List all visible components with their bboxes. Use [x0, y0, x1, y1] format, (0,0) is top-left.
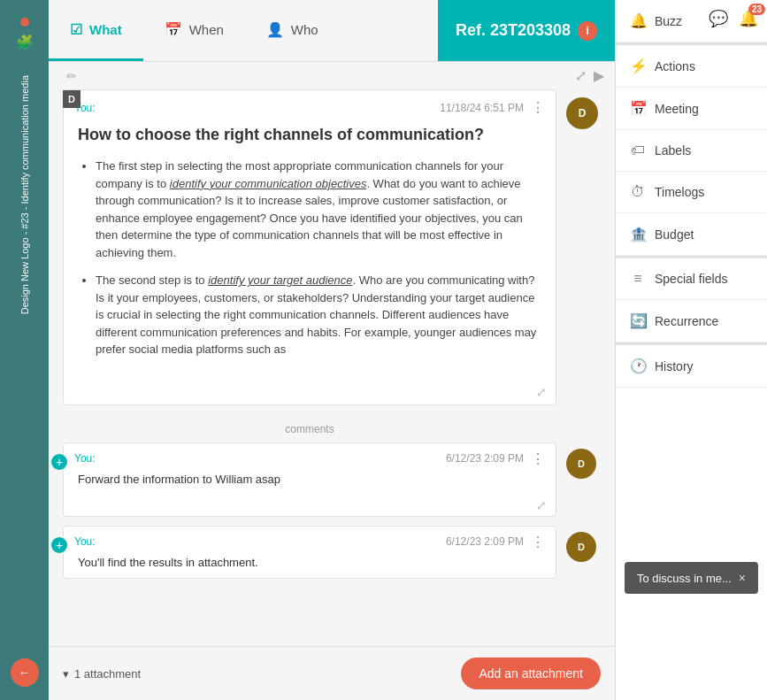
bullet2-text1: The second step is to: [96, 273, 208, 287]
menu-item-labels[interactable]: 🏷 Labels: [616, 130, 767, 172]
history-label: History: [655, 359, 694, 373]
info-icon[interactable]: i: [578, 21, 597, 41]
when-tab-label: When: [189, 22, 224, 37]
buzz-icon: 🔔: [630, 12, 646, 29]
comment1-footer: ⤢: [64, 495, 556, 516]
comment2-you-label: You:: [74, 535, 96, 548]
back-arrow-icon: ←: [19, 665, 31, 680]
special-fields-icon: ≡: [630, 271, 646, 287]
comment-card-2: + You: 6/12/23 2:09 PM ⋮ You'll find the…: [63, 526, 556, 579]
comment2-timestamp: 6/12/23 2:09 PM: [446, 535, 524, 548]
toast-notification[interactable]: To discuss in me... ×: [625, 562, 758, 594]
comments-label: comments: [63, 416, 556, 442]
tab-who[interactable]: 👤 Who: [245, 0, 340, 61]
bullet2-italic: identify your target audience: [208, 273, 352, 287]
buzz-label: Buzz: [655, 14, 682, 28]
main-avatar: D: [566, 97, 598, 129]
menu-item-recurrence[interactable]: 🔄 Recurrence: [616, 300, 767, 342]
content-wrapper: D You: 11/18/24 6:51 PM ⋮ How to choose …: [63, 89, 601, 579]
what-tab-label: What: [89, 22, 122, 37]
chevron-down-icon: ▾: [63, 667, 69, 681]
timelogs-label: Timelogs: [655, 185, 704, 199]
ref-badge: Ref. 23T203308 i: [438, 0, 615, 61]
tab-when[interactable]: 📅 When: [143, 0, 245, 61]
labels-icon: 🏷: [630, 142, 646, 158]
main-expand-icon[interactable]: ⤢: [536, 385, 547, 399]
sidebar-icon-puzzle[interactable]: 🧩: [16, 34, 34, 50]
comment1-avatar: D: [566, 449, 596, 479]
modal-header: ☑ What 📅 When 👤 Who Ref. 23T203308 i: [49, 0, 615, 62]
sidebar-dot: [20, 18, 29, 27]
timelogs-icon: ⏱: [630, 184, 646, 200]
budget-label: Budget: [655, 227, 694, 242]
top-action-bar: ✏ ⤢ ▶: [49, 62, 615, 89]
pencil-icon[interactable]: ✏: [66, 69, 77, 83]
main-card-list: The first step in selecting the most app…: [78, 158, 541, 358]
modal-content: D You: 11/18/24 6:51 PM ⋮ How to choose …: [49, 89, 615, 646]
meeting-label: Meeting: [655, 102, 699, 116]
attachment-label[interactable]: ▾ 1 attachment: [63, 667, 141, 681]
top-right-icons: 💬 🔔 23: [709, 9, 758, 28]
main-card-header: You: 11/18/24 6:51 PM ⋮: [64, 90, 556, 121]
main-more-icon[interactable]: ⋮: [531, 99, 545, 116]
right-panel: 🔔 Buzz ⚡ Actions 📅 Meeting 🏷 Labels ⏱ Ti…: [615, 0, 767, 700]
menu-item-history[interactable]: 🕐 History: [616, 342, 767, 388]
comment2-avatar: D: [566, 532, 596, 562]
toast-text: To discuss in me...: [637, 572, 732, 585]
main-timestamp: 11/18/24 6:51 PM: [440, 102, 524, 114]
modal-footer: ▾ 1 attachment Add an attachment: [49, 646, 615, 700]
tab-what[interactable]: ☑ What: [49, 0, 143, 61]
main-modal: ☑ What 📅 When 👤 Who Ref. 23T203308 i ✏ ⤢…: [49, 0, 615, 700]
d-badge: D: [63, 90, 81, 108]
menu-item-special-fields[interactable]: ≡ Special fields: [616, 256, 767, 300]
main-card-title: How to choose the right channels of comm…: [78, 125, 541, 145]
toast-close-icon[interactable]: ×: [739, 571, 746, 585]
ref-label: Ref. 23T203308: [456, 21, 571, 40]
attachment-count: 1 attachment: [74, 667, 141, 681]
menu-item-budget[interactable]: 🏦 Budget: [616, 213, 767, 256]
main-card-header-right: 11/18/24 6:51 PM ⋮: [440, 99, 545, 116]
main-list-item-2: The second step is to identify your targ…: [96, 272, 541, 358]
chat-icon-btn[interactable]: 💬: [709, 9, 728, 28]
actions-icon: ⚡: [630, 58, 646, 74]
what-tab-icon: ☑: [70, 21, 82, 38]
comment2-more-icon[interactable]: ⋮: [531, 534, 545, 550]
comment2-header: You: 6/12/23 2:09 PM ⋮: [64, 527, 556, 554]
menu-item-timelogs[interactable]: ⏱ Timelogs: [616, 172, 767, 213]
comment1-body: Forward the information to William asap: [64, 471, 556, 495]
chat-icon: 💬: [709, 10, 728, 27]
back-button[interactable]: ←: [11, 658, 39, 687]
comment1-header: You: 6/12/23 2:09 PM ⋮: [64, 443, 556, 471]
recurrence-label: Recurrence: [655, 314, 718, 328]
history-icon: 🕐: [630, 358, 646, 374]
comment2-body: You'll find the results in attachment.: [64, 554, 556, 578]
comment2-add-icon[interactable]: +: [51, 537, 67, 553]
labels-label: Labels: [655, 143, 691, 158]
recurrence-icon: 🔄: [630, 312, 646, 329]
comment-card-1: + You: 6/12/23 2:09 PM ⋮ Forward the inf…: [63, 442, 556, 517]
main-card-footer: ⤢: [64, 380, 556, 404]
expand-icon[interactable]: ⤢: [575, 67, 587, 84]
main-list-item-1: The first step in selecting the most app…: [96, 158, 541, 261]
left-sidebar: 🧩 Design New Logo - #23 - Identify commu…: [0, 0, 49, 700]
main-message-card: D You: 11/18/24 6:51 PM ⋮ How to choose …: [63, 89, 556, 405]
comment1-expand-icon[interactable]: ⤢: [536, 498, 547, 512]
comment1-add-icon[interactable]: +: [51, 454, 67, 470]
budget-icon: 🏦: [630, 226, 646, 242]
meeting-icon: 📅: [630, 100, 646, 117]
comment1-you-label: You:: [74, 452, 96, 465]
menu-item-meeting[interactable]: 📅 Meeting: [616, 88, 767, 130]
notification-badge: 23: [748, 4, 765, 15]
special-fields-label: Special fields: [655, 272, 728, 286]
right-menu-list: 🔔 Buzz ⚡ Actions 📅 Meeting 🏷 Labels ⏱ Ti…: [616, 0, 767, 388]
menu-item-actions[interactable]: ⚡ Actions: [616, 42, 767, 88]
add-attachment-button[interactable]: Add an attachment: [461, 658, 601, 689]
actions-label: Actions: [655, 59, 695, 73]
main-card-body: How to choose the right channels of comm…: [64, 121, 556, 380]
comment1-timestamp: 6/12/23 2:09 PM: [446, 452, 524, 465]
notification-icon-btn[interactable]: 🔔 23: [739, 9, 758, 28]
sidebar-title-text: Design New Logo - #23 - Identify communi…: [19, 75, 30, 314]
who-tab-icon: 👤: [266, 21, 284, 38]
send-icon[interactable]: ▶: [594, 67, 604, 84]
comment1-more-icon[interactable]: ⋮: [531, 450, 545, 467]
